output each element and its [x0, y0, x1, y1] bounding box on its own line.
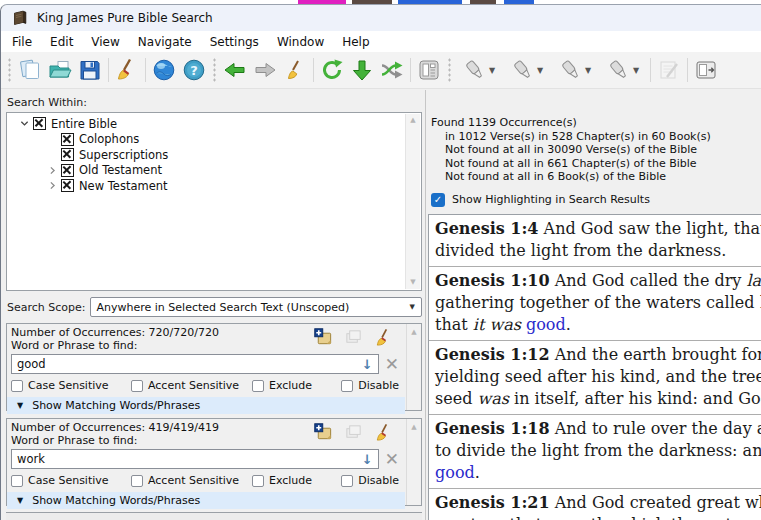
edit-notes-button[interactable] [654, 55, 684, 85]
clear-phrase-broom-icon[interactable] [374, 328, 393, 347]
accent-sensitive-checkbox[interactable]: Accent Sensitive [131, 379, 252, 392]
view-details-button[interactable] [414, 55, 444, 85]
disable-checkbox[interactable]: Disable [341, 474, 399, 487]
phrase-panel-scrollbar[interactable]: ▲ [406, 419, 421, 505]
scroll-up-icon[interactable]: ▲ [407, 421, 421, 434]
toolbar-handle[interactable] [211, 57, 218, 83]
menu-view[interactable]: View [82, 33, 128, 51]
phrase-panel-scrollbar[interactable]: ▲ [406, 324, 421, 410]
goto-passage-button[interactable] [347, 55, 377, 85]
add-phrase-icon[interactable] [314, 328, 333, 347]
highlighter-4-button[interactable]: ▼ [599, 55, 647, 85]
completer-dropdown-icon[interactable]: ↓ [362, 453, 373, 466]
checkbox-label: Disable [358, 379, 399, 392]
dropdown-arrow-icon: ▼ [633, 66, 639, 75]
new-search-file-button[interactable] [15, 55, 45, 85]
accent-sensitive-checkbox[interactable]: Accent Sensitive [131, 474, 252, 487]
show-side-panel-button[interactable] [691, 55, 721, 85]
refresh-search-button[interactable] [317, 55, 347, 85]
scroll-up-icon[interactable]: ▲ [406, 114, 420, 127]
clear-search-phrases-button[interactable] [112, 55, 142, 85]
menu-window[interactable]: Window [268, 33, 333, 51]
exclude-checkbox[interactable]: Exclude [252, 474, 341, 487]
shuffle-random-button[interactable] [377, 55, 407, 85]
search-within-label: Search Within: [7, 96, 422, 109]
checked-checkbox[interactable] [33, 117, 46, 130]
checkbox-icon [131, 380, 143, 392]
verse-reference: Genesis 1:18 [435, 419, 550, 438]
verse-result[interactable]: Genesis 1:10 And God called the dry land… [429, 267, 761, 341]
show-matching-toggle[interactable]: ▼ Show Matching Words/Phrases [7, 397, 405, 414]
checkbox-label: Accent Sensitive [148, 379, 239, 392]
highlighter-pen-icon [607, 58, 631, 82]
menu-edit[interactable]: Edit [41, 33, 82, 51]
completer-dropdown-icon[interactable]: ↓ [362, 358, 373, 371]
tree-item-colophons[interactable]: Colophons [7, 132, 421, 148]
phrase-input[interactable]: work ↓ [11, 449, 379, 469]
tree-item-entire-bible[interactable]: Entire Bible [7, 116, 421, 132]
case-sensitive-checkbox[interactable]: Case Sensitive [11, 474, 131, 487]
expand-collapse-icon[interactable] [45, 166, 59, 175]
checked-checkbox[interactable] [61, 148, 74, 161]
case-sensitive-checkbox[interactable]: Case Sensitive [11, 379, 131, 392]
toolbar-handle[interactable] [446, 57, 453, 83]
add-phrase-icon[interactable] [314, 423, 333, 442]
menu-navigate[interactable]: Navigate [129, 33, 201, 51]
highlighter-2-button[interactable]: ▼ [503, 55, 551, 85]
verse-reference: Genesis 1:21 [435, 493, 550, 512]
highlighter-1-button[interactable]: ▼ [455, 55, 503, 85]
duplicate-phrase-icon[interactable] [344, 423, 363, 442]
clear-phrase-broom-icon[interactable] [374, 423, 393, 442]
remove-phrase-button[interactable]: ✕ [385, 356, 399, 373]
help-button[interactable]: ? [179, 55, 209, 85]
search-scope-dropdown[interactable]: Anywhere in Selected Search Text (Unscop… [90, 297, 422, 317]
phrase-input[interactable]: good ↓ [11, 354, 379, 374]
dropdown-arrow-icon: ▼ [489, 66, 495, 75]
title-bar[interactable]: King James Pure Bible Search [1, 5, 761, 31]
clear-highlighting-button[interactable] [280, 55, 310, 85]
verse-result[interactable]: Genesis 1:12 And the earth brought forth… [429, 341, 761, 415]
back-arrow-icon [223, 58, 247, 82]
navigate-forward-button[interactable] [250, 55, 280, 85]
scroll-down-icon[interactable]: ▼ [406, 276, 420, 289]
open-folder-icon [48, 58, 72, 82]
tree-scrollbar[interactable]: ▲ ▼ [405, 114, 420, 289]
checkbox-label: Disable [358, 474, 399, 487]
remove-phrase-button[interactable]: ✕ [385, 451, 399, 468]
occurrences-count: Number of Occurrences: 419/419/419 [11, 421, 219, 434]
verse-result[interactable]: Genesis 1:21 And God created great whale… [429, 489, 761, 520]
show-highlighting-checkbox[interactable]: ✓ [431, 193, 445, 207]
expand-collapse-icon[interactable] [17, 119, 31, 128]
navigate-back-button[interactable] [220, 55, 250, 85]
checked-checkbox[interactable] [61, 164, 74, 177]
exclude-checkbox[interactable]: Exclude [252, 379, 341, 392]
verse-result[interactable]: Genesis 1:4 And God saw the light, that … [429, 215, 761, 267]
highlighter-3-button[interactable]: ▼ [551, 55, 599, 85]
checkbox-label: Case Sensitive [28, 474, 109, 487]
menu-settings[interactable]: Settings [201, 33, 268, 51]
menu-file[interactable]: File [3, 33, 41, 51]
tree-item-label: Old Testament [79, 163, 162, 177]
tree-item-superscriptions[interactable]: Superscriptions [7, 147, 421, 163]
disable-checkbox[interactable]: Disable [341, 379, 399, 392]
search-scope-row: Search Scope: Anywhere in Selected Searc… [7, 297, 422, 317]
menu-help[interactable]: Help [333, 33, 378, 51]
expand-collapse-icon[interactable] [45, 181, 59, 190]
dropdown-arrow-icon: ▼ [585, 66, 591, 75]
verse-result[interactable]: Genesis 1:18 And to rule over the day an… [429, 415, 761, 489]
checked-checkbox[interactable] [61, 133, 74, 146]
scroll-up-icon[interactable]: ▲ [407, 326, 421, 339]
checked-checkbox[interactable] [61, 179, 74, 192]
open-search-file-button[interactable] [45, 55, 75, 85]
browse-bible-button[interactable] [149, 55, 179, 85]
refresh-icon [320, 58, 344, 82]
tree-item-old-testament[interactable]: Old Testament [7, 163, 421, 179]
checkbox-icon [252, 380, 264, 392]
toolbar-handle[interactable] [6, 57, 13, 83]
show-highlighting-label: Show Highlighting in Search Results [452, 193, 650, 206]
tree-item-label: Superscriptions [79, 148, 168, 162]
duplicate-phrase-icon[interactable] [344, 328, 363, 347]
tree-item-new-testament[interactable]: New Testament [7, 178, 421, 194]
show-matching-toggle[interactable]: ▼ Show Matching Words/Phrases [7, 492, 405, 509]
save-search-file-button[interactable] [75, 55, 105, 85]
